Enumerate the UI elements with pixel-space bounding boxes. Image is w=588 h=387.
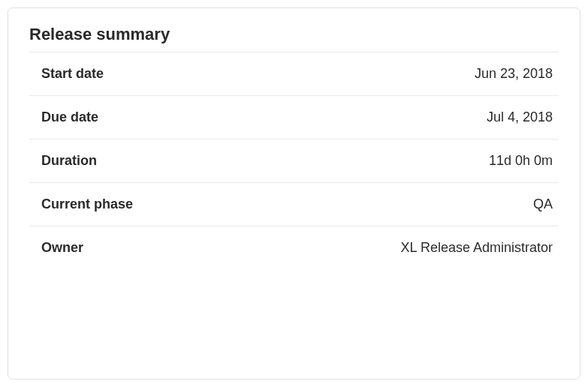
row-duration: Duration 11d 0h 0m [29, 140, 559, 183]
row-value: Jul 4, 2018 [487, 110, 553, 125]
row-label: Current phase [41, 196, 133, 212]
release-summary-card: Release summary Start date Jun 23, 2018 … [8, 8, 580, 380]
row-value: QA [533, 196, 553, 212]
row-label: Start date [41, 66, 104, 82]
row-owner: Owner XL Release Administrator [29, 226, 559, 269]
card-title: Release summary [29, 25, 559, 52]
row-label: Duration [41, 153, 97, 169]
row-due-date: Due date Jul 4, 2018 [29, 96, 559, 140]
row-value: Jun 23, 2018 [475, 66, 553, 82]
row-current-phase: Current phase QA [29, 183, 559, 226]
row-start-date: Start date Jun 23, 2018 [29, 52, 559, 96]
row-value: XL Release Administrator [401, 240, 553, 256]
row-label: Owner [41, 240, 83, 256]
row-value: 11d 0h 0m [489, 153, 553, 169]
row-label: Due date [41, 110, 98, 125]
